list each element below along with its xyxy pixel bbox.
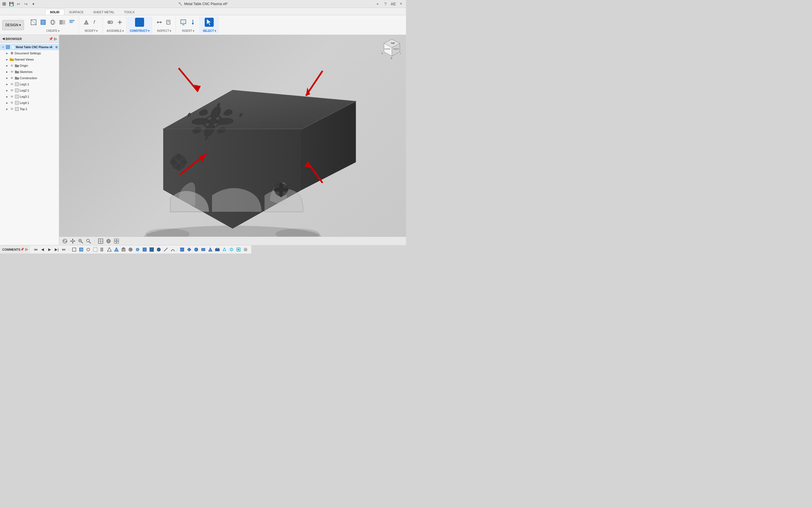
leg1-eye-icon[interactable]: 👁 — [10, 82, 14, 87]
undo-button[interactable]: ↩ — [15, 1, 22, 7]
footer-tool-11[interactable] — [141, 246, 148, 252]
footer-tool-15[interactable] — [169, 246, 176, 252]
orbit-btn[interactable] — [61, 238, 68, 244]
construction-eye-icon[interactable]: 👁 — [10, 76, 14, 80]
new-tab-button[interactable]: + — [374, 1, 380, 7]
top-eye-icon[interactable]: 👁 — [10, 107, 14, 111]
inspect-btn2[interactable] — [164, 18, 173, 27]
browser-collapse-icon[interactable]: ◀ — [2, 37, 4, 41]
footer-blue-4[interactable] — [200, 246, 207, 252]
leg4-eye-icon[interactable]: 👁 — [10, 101, 14, 105]
footer-cyan-2[interactable] — [228, 246, 235, 252]
select-label[interactable]: SELECT▾ — [203, 29, 216, 33]
play-next-btn[interactable]: ▶| — [53, 246, 60, 252]
inspect-label[interactable]: INSPECT▾ — [157, 29, 171, 33]
play-btn[interactable]: ▶ — [46, 246, 53, 252]
origin-eye-icon[interactable]: 👁 — [10, 63, 14, 68]
tab-sheet-metal[interactable]: SHEET METAL — [89, 9, 119, 15]
tree-root[interactable]: ▼ 📄 Metal Table CNC Plasma v6 ⚙ — [0, 44, 59, 50]
grid-btn[interactable] — [113, 238, 120, 244]
footer-blue-3[interactable] — [193, 246, 200, 252]
modify-btn1[interactable] — [82, 18, 91, 27]
display-mode-btn[interactable] — [97, 238, 104, 244]
create-revolve-btn[interactable] — [48, 18, 57, 27]
browser-pin-icon[interactable]: 📌 — [49, 37, 53, 41]
modify-btn2[interactable]: f — [91, 18, 100, 27]
tree-leg4[interactable]: ▶ 👁 Leg4:1 — [0, 100, 59, 106]
tree-named-views[interactable]: ▶ Named Views — [0, 56, 59, 62]
footer-tool-1[interactable] — [71, 246, 78, 252]
play-start-btn[interactable]: ⏮ — [32, 246, 39, 252]
assemble-btn1[interactable] — [106, 18, 115, 27]
tab-solid[interactable]: SOLID — [45, 9, 64, 15]
pan-btn[interactable] — [69, 238, 76, 244]
tree-document-settings[interactable]: ▶ ⚙ Document Settings — [0, 50, 59, 56]
footer-tool-3[interactable] — [85, 246, 92, 252]
create-label[interactable]: CREATE▾ — [46, 29, 59, 33]
tab-surface[interactable]: SURFACE — [64, 9, 89, 15]
footer-tool-5[interactable] — [99, 246, 106, 252]
app-icons: ⊞ 💾 ↩ ↪ ▾ — [2, 1, 36, 7]
zoom-extent-btn[interactable] — [85, 238, 92, 244]
settings-gear-button[interactable] — [242, 246, 249, 252]
account-button[interactable]: AE — [390, 1, 396, 7]
footer-blue-6[interactable] — [214, 246, 221, 252]
construct-label[interactable]: CONSTRUCT▾ — [130, 29, 149, 33]
redo-button[interactable]: ↪ — [23, 1, 29, 7]
create-mirror-btn[interactable] — [58, 18, 67, 27]
tree-leg2[interactable]: ▶ 👁 Leg2:1 — [0, 87, 59, 94]
select-btn[interactable] — [205, 18, 214, 27]
visual-style-btn[interactable] — [105, 238, 112, 244]
create-sketch-btn[interactable] — [29, 18, 38, 27]
tree-construction[interactable]: ▶ 👁 Construction — [0, 75, 59, 81]
assemble-label[interactable]: ASSEMBLE▾ — [107, 29, 124, 33]
more-button[interactable]: ▾ — [30, 1, 36, 7]
zoom-btn[interactable] — [77, 238, 84, 244]
app-menu-icon[interactable]: ⊞ — [2, 1, 6, 6]
footer-blue-5[interactable] — [207, 246, 214, 252]
comments-expand-icon[interactable]: ▷ — [26, 247, 28, 251]
sketches-eye-icon[interactable]: 👁 — [10, 69, 14, 74]
viewport[interactable]: TOP FRONT RIGHT Z X Y — [59, 35, 406, 245]
footer-cyan-3[interactable] — [235, 246, 242, 252]
root-settings-icon[interactable]: ⚙ — [55, 46, 58, 49]
footer-tool-9[interactable] — [127, 246, 134, 252]
save-button[interactable]: 💾 — [8, 1, 14, 7]
footer-tool-8[interactable] — [120, 246, 127, 252]
leg2-eye-icon[interactable]: 👁 — [10, 88, 14, 93]
play-prev-btn[interactable]: ◀ — [39, 246, 46, 252]
tree-origin[interactable]: ▶ 👁 Origin — [0, 62, 59, 69]
footer-tool-4[interactable] — [92, 246, 99, 252]
browser-expand-icon[interactable]: ▷ — [54, 37, 57, 41]
leg3-eye-icon[interactable]: 👁 — [10, 94, 14, 99]
modify-label[interactable]: MODIFY▾ — [85, 29, 98, 33]
create-solid-btn[interactable] — [39, 18, 48, 27]
footer-blue-1[interactable] — [179, 246, 186, 252]
insert-btn1[interactable] — [179, 18, 188, 27]
assemble-btn2[interactable] — [115, 18, 124, 27]
footer-tool-2[interactable] — [78, 246, 85, 252]
design-button[interactable]: DESIGN ▾ — [2, 20, 24, 30]
footer-cyan-1[interactable] — [221, 246, 228, 252]
play-end-btn[interactable]: ⏭ — [60, 246, 67, 252]
footer-blue-2[interactable] — [186, 246, 193, 252]
tab-tools[interactable]: TOOLS — [119, 9, 139, 15]
comments-pin-icon[interactable]: 📌 — [20, 247, 24, 251]
footer-tool-14[interactable] — [162, 246, 169, 252]
footer-tool-6[interactable] — [106, 246, 113, 252]
tree-top[interactable]: ▶ 👁 Top:1 — [0, 106, 59, 112]
close-button[interactable]: × — [398, 1, 404, 6]
footer-tool-13[interactable] — [155, 246, 162, 252]
tree-leg1[interactable]: ▶ 👁 Leg1:1 — [0, 81, 59, 87]
inspect-btn1[interactable] — [155, 18, 164, 27]
help-button[interactable]: ? — [382, 1, 389, 7]
construct-btn[interactable] — [135, 18, 144, 27]
insert-btn2[interactable] — [188, 18, 197, 27]
create-pattern-btn[interactable] — [67, 18, 77, 27]
tree-leg3[interactable]: ▶ 👁 Leg3:1 — [0, 94, 59, 100]
footer-tool-10[interactable] — [134, 246, 141, 252]
insert-label[interactable]: INSERT▾ — [182, 29, 194, 33]
tree-sketches[interactable]: ▶ 👁 Sketches — [0, 69, 59, 75]
footer-tool-12[interactable] — [148, 246, 155, 252]
footer-tool-7[interactable] — [113, 246, 120, 252]
